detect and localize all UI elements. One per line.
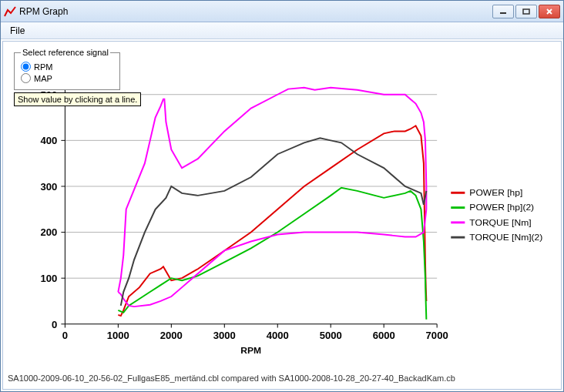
svg-text:POWER [hp](2): POWER [hp](2) [469,203,534,213]
window-title: RPM Graph [19,6,492,17]
svg-text:4000: 4000 [267,330,289,341]
radio-map-label: MAP [34,74,52,83]
svg-text:300: 300 [41,181,58,193]
window-controls [492,5,560,18]
svg-text:0: 0 [52,319,57,330]
svg-text:100: 100 [41,273,58,284]
svg-text:POWER [hp]: POWER [hp] [469,187,522,198]
minimize-button[interactable] [492,5,514,18]
svg-text:2000: 2000 [160,330,183,341]
svg-text:3000: 3000 [213,330,236,341]
svg-text:TORQUE [Nm](2): TORQUE [Nm](2) [469,232,542,243]
client-area: Select reference signal RPM MAP Show val… [2,41,562,390]
svg-text:0: 0 [62,330,68,341]
radio-rpm[interactable]: RPM [21,62,115,72]
svg-text:7000: 7000 [426,330,448,341]
radio-map[interactable]: MAP [21,73,115,83]
statusbar: SA1000-2009-06-10_20-56-02_FullgasE85_me… [8,374,556,383]
maximize-button[interactable] [515,5,537,18]
hint-tooltip: Show value by clicking at a line. [14,92,141,106]
svg-rect-1 [523,9,529,14]
radio-rpm-input[interactable] [21,62,31,72]
svg-text:RPM: RPM [240,346,261,357]
radio-map-input[interactable] [21,73,31,83]
svg-text:5000: 5000 [320,330,342,341]
svg-text:6000: 6000 [373,330,395,341]
menubar: File [1,22,563,39]
radio-rpm-label: RPM [34,62,52,72]
reference-signal-legend: Select reference signal [21,48,110,57]
reference-signal-panel: Select reference signal RPM MAP [14,48,120,90]
svg-text:400: 400 [41,135,58,146]
svg-text:1000: 1000 [107,330,129,341]
menu-file[interactable]: File [4,24,31,38]
titlebar[interactable]: RPM Graph [1,1,563,22]
app-icon [4,5,16,18]
close-button[interactable] [539,5,560,18]
app-window: RPM Graph File Select reference signal R… [0,0,564,392]
svg-text:200: 200 [41,227,58,239]
svg-text:TORQUE [Nm]: TORQUE [Nm] [469,217,531,228]
